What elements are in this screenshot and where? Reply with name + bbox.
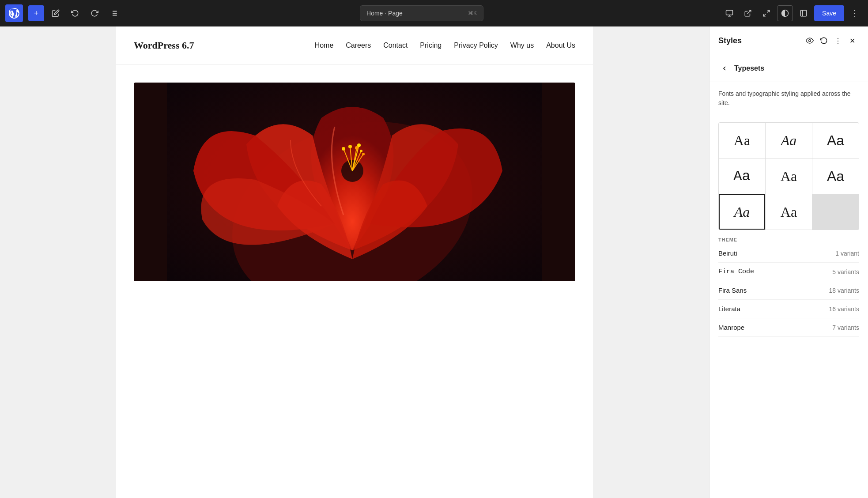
- font-sample-2: Aa: [781, 132, 797, 149]
- hero-image: [134, 83, 575, 281]
- search-bar[interactable]: Home · Page ⌘K: [360, 5, 483, 21]
- font-name-beiruti: Beiruti: [718, 249, 835, 257]
- font-card-2[interactable]: Aa: [766, 123, 812, 158]
- add-block-button[interactable]: +: [28, 5, 44, 21]
- main-layout: WordPress 6.7 Home Careers Contact Prici…: [0, 26, 868, 498]
- svg-point-25: [348, 145, 352, 148]
- font-card-7[interactable]: Aa Platypi & Literata: [719, 194, 765, 230]
- history-icon: [820, 37, 828, 45]
- typesets-title: Typesets: [734, 64, 764, 72]
- desktop-view-button[interactable]: [721, 5, 737, 21]
- search-bar-title: Home · Page: [366, 10, 403, 17]
- nav-careers[interactable]: Careers: [346, 42, 371, 49]
- svg-line-11: [763, 14, 766, 16]
- nav-privacy-policy[interactable]: Privacy Policy: [454, 42, 498, 49]
- font-sample-3: Aa: [827, 132, 844, 149]
- nav-why-us[interactable]: Why us: [510, 42, 534, 49]
- font-variants-fira-code: 5 variants: [832, 268, 859, 275]
- font-card-8[interactable]: Aa: [766, 194, 812, 230]
- contrast-icon: [781, 9, 789, 17]
- back-arrow-icon: [721, 65, 728, 72]
- font-variants-fira-sans: 18 variants: [829, 287, 859, 294]
- font-name-manrope: Manrope: [718, 324, 832, 331]
- svg-point-24: [342, 147, 345, 151]
- font-card-4[interactable]: Aa: [719, 158, 765, 194]
- edit-button[interactable]: [48, 5, 64, 21]
- resize-icon: [762, 9, 770, 17]
- theme-section: THEME Beiruti 1 variant Fira Code 5 vari…: [709, 230, 868, 337]
- styles-history-button[interactable]: [817, 34, 831, 48]
- external-link-icon: [744, 9, 752, 17]
- eye-icon: [806, 37, 814, 45]
- canvas-area: WordPress 6.7 Home Careers Contact Prici…: [0, 26, 709, 498]
- nav-pricing[interactable]: Pricing: [420, 42, 442, 49]
- toolbar-center: Home · Page ⌘K: [125, 5, 718, 21]
- font-card-3[interactable]: Aa: [812, 123, 859, 158]
- site-header: WordPress 6.7 Home Careers Contact Prici…: [116, 26, 593, 65]
- font-row-literata[interactable]: Literata 16 variants: [718, 300, 859, 318]
- font-list: Beiruti 1 variant Fira Code 5 variants F…: [718, 244, 859, 337]
- theme-label: THEME: [718, 237, 859, 242]
- font-sample-5: Aa: [781, 168, 797, 185]
- font-variants-beiruti: 1 variant: [835, 250, 859, 257]
- layout-button[interactable]: [796, 5, 811, 21]
- external-link-button[interactable]: [740, 5, 756, 21]
- list-view-button[interactable]: [106, 5, 122, 21]
- font-sample-6: Aa: [827, 168, 844, 185]
- nav-contact[interactable]: Contact: [383, 42, 408, 49]
- back-button[interactable]: [718, 62, 731, 75]
- typesets-header: Typesets: [709, 55, 868, 82]
- redo-button[interactable]: [87, 5, 102, 21]
- more-options-button[interactable]: ⋮: [847, 5, 863, 21]
- toolbar-right: Save ⋮: [721, 5, 863, 21]
- font-card-1[interactable]: Aa: [719, 123, 765, 158]
- font-variants-literata: 16 variants: [829, 306, 859, 313]
- font-card-5[interactable]: Aa: [766, 158, 812, 194]
- undo-icon: [71, 9, 79, 17]
- svg-point-29: [357, 143, 361, 147]
- dark-mode-button[interactable]: [777, 5, 793, 21]
- search-shortcut: ⌘K: [468, 10, 477, 16]
- styles-more-button[interactable]: ⋮: [831, 34, 845, 48]
- site-preview: WordPress 6.7 Home Careers Contact Prici…: [116, 26, 593, 498]
- svg-point-30: [809, 40, 811, 42]
- resize-button[interactable]: [759, 5, 774, 21]
- font-sample-1: Aa: [734, 132, 750, 149]
- font-name-fira-code: Fira Code: [718, 268, 832, 275]
- site-nav: Home Careers Contact Pricing Privacy Pol…: [315, 42, 575, 49]
- nav-about-us[interactable]: About Us: [546, 42, 575, 49]
- font-sample-8: Aa: [781, 204, 797, 220]
- panel-title: Styles: [718, 36, 803, 45]
- svg-point-27: [360, 150, 362, 152]
- font-sample-4: Aa: [733, 168, 750, 185]
- nav-home[interactable]: Home: [315, 42, 334, 49]
- font-row-beiruti[interactable]: Beiruti 1 variant: [718, 244, 859, 263]
- font-name-literata: Literata: [718, 305, 829, 313]
- typesets-description: Fonts and typographic styling applied ac…: [709, 82, 868, 115]
- svg-line-9: [747, 10, 751, 14]
- panel-close-button[interactable]: ✕: [845, 34, 859, 48]
- font-grid: Aa Aa Aa Aa Aa Aa Aa Platypi & Literata: [718, 122, 859, 230]
- wp-logo-icon: [9, 8, 19, 19]
- svg-rect-13: [800, 10, 807, 16]
- sidebar-icon: [800, 9, 808, 17]
- site-logo: WordPress 6.7: [134, 40, 194, 51]
- svg-rect-6: [726, 10, 733, 15]
- save-button[interactable]: Save: [814, 5, 844, 21]
- panel-header: Styles ⋮ ✕: [709, 26, 868, 55]
- font-name-fira-sans: Fira Sans: [718, 287, 829, 294]
- wp-logo: [5, 4, 23, 22]
- hero-flower-image: [134, 83, 575, 281]
- styles-view-button[interactable]: [803, 34, 817, 48]
- svg-point-28: [362, 153, 365, 155]
- right-panel: Styles ⋮ ✕ Typesets Fo: [709, 26, 868, 498]
- font-row-manrope[interactable]: Manrope 7 variants: [718, 318, 859, 337]
- font-variants-manrope: 7 variants: [832, 324, 859, 331]
- font-row-fira-code[interactable]: Fira Code 5 variants: [718, 263, 859, 281]
- font-card-6[interactable]: Aa: [812, 158, 859, 194]
- svg-line-10: [767, 10, 770, 12]
- undo-button[interactable]: [67, 5, 83, 21]
- desktop-icon: [725, 9, 733, 17]
- font-row-fira-sans[interactable]: Fira Sans 18 variants: [718, 281, 859, 300]
- pencil-icon: [52, 9, 60, 17]
